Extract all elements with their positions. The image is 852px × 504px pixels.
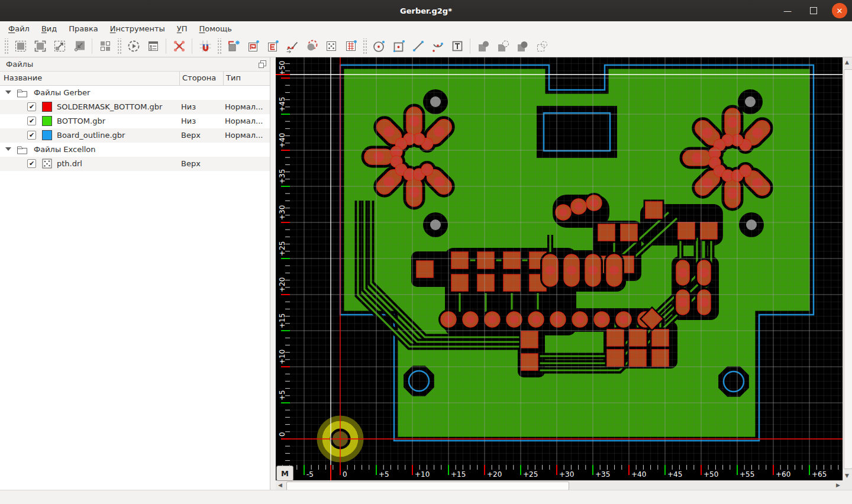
draw-text-icon — [450, 39, 464, 53]
units-button[interactable]: M — [276, 466, 293, 481]
svg-text:+10: +10 — [415, 470, 430, 479]
new-flash-button[interactable] — [302, 37, 321, 55]
visibility-checkbox[interactable]: ✔ — [27, 117, 36, 125]
bool-union-button[interactable] — [473, 37, 493, 55]
svg-text:+15: +15 — [451, 470, 466, 479]
file-row[interactable]: ✔pth.drlВерх — [0, 157, 270, 171]
tile-views-icon — [98, 39, 112, 53]
file-row[interactable]: ✔BOTTOM.gbrНизНормал... — [0, 114, 270, 128]
visibility-checkbox[interactable]: ✔ — [27, 102, 36, 111]
draw-text-button[interactable] — [447, 37, 467, 55]
new-region-button[interactable] — [243, 37, 263, 55]
horizontal-scrollbar[interactable]: ◀ ▶ — [276, 480, 843, 490]
scroll-left-icon[interactable]: ◀ — [278, 482, 282, 488]
svg-text:+35: +35 — [278, 169, 286, 184]
bool-intersect-button[interactable] — [512, 37, 532, 55]
scroll-down-icon[interactable]: ▼ — [845, 473, 849, 479]
draw-arc-button[interactable] — [428, 37, 447, 55]
maximize-button[interactable] — [806, 3, 821, 18]
files-panel-header[interactable]: Файлы — [0, 57, 270, 71]
zoom-out-icon — [53, 39, 67, 53]
new-poly-button[interactable] — [263, 37, 282, 55]
menu-Правка[interactable]: Правка — [63, 23, 104, 34]
expander-icon[interactable] — [5, 147, 11, 151]
new-track-icon — [285, 39, 299, 53]
menu-Инструменты[interactable]: Инструменты — [104, 23, 171, 34]
toolbar — [0, 35, 852, 57]
vertical-scroll-thumb[interactable] — [844, 69, 852, 469]
visibility-checkbox[interactable]: ✔ — [27, 131, 36, 140]
draw-line-button[interactable] — [408, 37, 428, 55]
new-pattern-button[interactable] — [341, 37, 360, 55]
svg-text:+65: +65 — [812, 470, 827, 479]
file-type: Нормал... — [225, 131, 263, 140]
pcb-canvas[interactable] — [290, 57, 843, 465]
file-side: Низ — [181, 117, 196, 125]
bool-exclude-icon — [535, 39, 549, 53]
files-table-header: Название Сторона Тип — [0, 71, 270, 86]
vertical-scrollbar[interactable]: ▲ ▼ — [843, 57, 852, 480]
svg-text:+55: +55 — [740, 470, 754, 479]
file-row[interactable]: ✔SOLDERMASK_BOTTOM.gbrНизНормал... — [0, 100, 270, 114]
group-label: Файлы Excellon — [34, 145, 96, 154]
menu-Вид[interactable]: Вид — [36, 23, 63, 34]
zoom-frame-button[interactable] — [30, 37, 50, 55]
layer-color-swatch[interactable] — [42, 130, 52, 140]
scroll-right-icon[interactable]: ▶ — [836, 482, 840, 488]
scrollbar-corner — [843, 480, 852, 490]
menu-Файл[interactable]: Файл — [2, 23, 36, 34]
panel-splitter[interactable] — [270, 57, 276, 490]
bool-exclude-button[interactable] — [532, 37, 551, 55]
svg-text:+20: +20 — [278, 277, 286, 292]
file-row[interactable]: ✔Board_outline.gbrВерхНормал... — [0, 128, 270, 143]
menu-Помощь[interactable]: Помощь — [193, 23, 238, 34]
column-type[interactable]: Тип — [226, 73, 241, 82]
title-bar[interactable]: Gerber.g2g* — ✕ — [0, 0, 852, 21]
svg-text:+45: +45 — [278, 97, 286, 112]
horizontal-scroll-thumb[interactable] — [286, 482, 569, 490]
transform-points-button[interactable] — [169, 37, 189, 55]
render-button[interactable] — [124, 37, 143, 55]
toolbar-separator — [470, 38, 470, 54]
snap-magnet-button[interactable] — [195, 37, 215, 55]
file-type: Нормал... — [225, 102, 263, 111]
layer-color-swatch[interactable] — [42, 102, 52, 112]
vertical-ruler: 0+5+10+15+20+25+30+35+40+45+50 — [276, 57, 290, 465]
float-panel-icon[interactable] — [259, 60, 266, 68]
toolbar-grip[interactable] — [362, 38, 367, 54]
menu-УП[interactable]: УП — [171, 23, 193, 34]
draw-rect-button[interactable] — [389, 37, 408, 55]
zoom-out-button[interactable] — [50, 37, 69, 55]
bool-subtract-icon — [496, 39, 510, 53]
file-group-row[interactable]: Файлы Excellon — [0, 143, 270, 157]
zoom-fit-button[interactable] — [11, 37, 30, 55]
column-name[interactable]: Название — [4, 73, 42, 82]
expander-icon[interactable] — [5, 91, 11, 94]
new-pad-icon — [227, 39, 241, 53]
svg-text:0: 0 — [343, 470, 347, 479]
new-drill-button[interactable] — [321, 37, 341, 55]
bool-subtract-button[interactable] — [493, 37, 512, 55]
close-button[interactable]: ✕ — [832, 3, 847, 18]
layers-list-button[interactable] — [143, 37, 163, 55]
tile-views-button[interactable] — [95, 37, 115, 55]
draw-line-icon — [411, 39, 425, 53]
scroll-up-icon[interactable]: ▲ — [845, 59, 849, 65]
zoom-in-button[interactable] — [69, 37, 89, 55]
toolbar-grip[interactable] — [4, 38, 9, 54]
transform-points-icon — [172, 39, 186, 53]
visibility-checkbox[interactable]: ✔ — [27, 159, 36, 168]
horizontal-ruler: -50+5+10+15+20+25+30+35+40+45+50+55+60+6… — [276, 465, 843, 480]
bool-union-icon — [476, 39, 490, 53]
new-track-button[interactable] — [282, 37, 302, 55]
file-group-row[interactable]: Файлы Gerber — [0, 86, 270, 100]
column-side[interactable]: Сторона — [182, 73, 216, 82]
toolbar-grip[interactable] — [217, 38, 222, 54]
draw-circle-button[interactable] — [369, 37, 389, 55]
toolbar-grip[interactable] — [117, 38, 122, 54]
layer-color-swatch[interactable] — [42, 116, 52, 126]
files-panel-title: Файлы — [6, 60, 33, 69]
files-table: Файлы Gerber✔SOLDERMASK_BOTTOM.gbrНизНор… — [0, 86, 270, 171]
minimize-button[interactable]: — — [780, 3, 795, 18]
new-pad-button[interactable] — [224, 37, 243, 55]
